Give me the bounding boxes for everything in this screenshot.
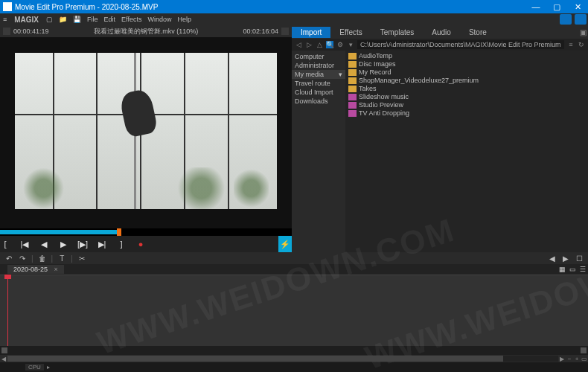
video-preview[interactable] — [0, 37, 292, 228]
timeline-tracks[interactable]: WWW.WEIDOWN.COM WWW.WEIDOWN.COM — [0, 275, 588, 346]
media-browser: Computer Administrator My media▾ Travel … — [292, 51, 588, 252]
tree-item-my-media[interactable]: My media▾ — [292, 70, 345, 79]
list-item[interactable]: Slideshow music — [348, 93, 585, 101]
close-icon[interactable]: × — [54, 266, 58, 273]
zoom-handle-left[interactable] — [1, 347, 7, 353]
folder-icon — [348, 110, 357, 117]
tree-item-computer[interactable]: Computer — [292, 52, 345, 61]
zoom-fit-icon[interactable]: ▭ — [581, 356, 588, 362]
nav-settings-icon[interactable]: ⚙ — [336, 41, 344, 48]
zoom-handle-right[interactable] — [581, 347, 587, 353]
timeline-toolbar: ↶ ↷ | 🗑 | T | ✂ ◀ ▶ ☐ — [0, 252, 588, 264]
share-button[interactable] — [575, 14, 587, 25]
view-mode-button[interactable]: ☐ — [575, 254, 584, 263]
zoom-in-icon[interactable]: + — [573, 356, 581, 362]
folder-list: AudioTemp Disc Images My Record ShopMana… — [345, 51, 588, 252]
title-button[interactable]: T — [57, 254, 66, 263]
menu-edit[interactable]: Edit — [101, 16, 119, 23]
path-refresh-icon[interactable]: ↻ — [578, 41, 585, 48]
to-end-button[interactable]: ▶| — [97, 240, 107, 249]
trash-button[interactable]: 🗑 — [38, 254, 47, 263]
timecode-right: 00:02:16:04 — [243, 28, 278, 35]
razor-button[interactable]: ✂ — [77, 254, 86, 263]
scroll-left-icon[interactable]: ◀ — [0, 356, 7, 362]
hscroll-thumb[interactable] — [7, 356, 503, 362]
redo-button[interactable]: ↷ — [18, 254, 27, 263]
hscroll-track[interactable] — [7, 356, 558, 362]
preview-scrubber[interactable] — [0, 228, 292, 236]
list-item[interactable]: Takes — [348, 85, 585, 93]
tab-store[interactable]: Store — [460, 27, 496, 38]
menu-help[interactable]: Help — [174, 16, 194, 23]
folder-icon — [348, 61, 357, 68]
nudge-right-button[interactable]: ▶ — [561, 254, 570, 263]
options-icon[interactable]: ≡ — [567, 41, 575, 48]
scrub-playhead[interactable] — [117, 228, 121, 236]
maximize-button[interactable]: ▢ — [546, 2, 567, 12]
timeline-view-icon-1[interactable]: ▦ — [557, 266, 567, 273]
tab-effects[interactable]: Effects — [330, 27, 371, 38]
path-text[interactable]: C:\Users\Administrator\Documents\MAGIX\M… — [357, 40, 564, 49]
folder-icon — [348, 69, 357, 76]
nav-back-icon[interactable]: ◁ — [295, 41, 302, 48]
lightning-button[interactable]: ⚡ — [278, 236, 292, 252]
menu-effects[interactable]: Effects — [118, 16, 144, 23]
tree-item-administrator[interactable]: Administrator — [292, 61, 345, 70]
nav-up-icon[interactable]: △ — [316, 41, 323, 48]
tab-import[interactable]: Import — [292, 27, 330, 38]
app-icon — [3, 2, 12, 11]
tree-item-cloud-import[interactable]: Cloud Import — [292, 88, 345, 97]
prev-frame-button[interactable]: ◀ — [39, 240, 49, 249]
monitor-settings-icon[interactable] — [281, 28, 289, 35]
tree-item-downloads[interactable]: Downloads — [292, 97, 345, 106]
play-button[interactable]: ▶ — [58, 240, 68, 249]
location-tree: Computer Administrator My media▾ Travel … — [292, 51, 345, 252]
export-button[interactable] — [560, 14, 572, 25]
list-item[interactable]: AudioTemp — [348, 52, 585, 60]
timecode-left: 00:00:41:19 — [13, 28, 49, 35]
save-icon[interactable]: 💾 — [70, 16, 84, 23]
nav-fwd-icon[interactable]: ▷ — [305, 41, 313, 48]
list-item[interactable]: My Record — [348, 68, 585, 77]
nav-search-icon[interactable]: 🔍 — [326, 41, 333, 48]
scrub-progress — [0, 230, 117, 234]
tab-audio[interactable]: Audio — [423, 27, 460, 38]
clip-title: 我看过最唯美的钢管舞.mkv (110%) — [52, 27, 240, 36]
chevron-down-icon[interactable]: ▾ — [339, 71, 342, 78]
scroll-right-icon[interactable]: ▶ — [558, 356, 566, 362]
tabs-collapse-icon[interactable]: ▣ — [578, 28, 588, 36]
window-titlebar: Movie Edit Pro Premium - 2020-08-25.MVP … — [0, 0, 588, 13]
monitor-menu-icon[interactable] — [3, 28, 10, 35]
tree-item-travel-route[interactable]: Travel route — [292, 79, 345, 88]
list-item[interactable]: Disc Images — [348, 60, 585, 68]
list-item[interactable]: ShopManager_Videodeluxe27_premium — [348, 77, 585, 85]
folder-icon — [348, 77, 357, 84]
tab-templates[interactable]: Templates — [371, 27, 424, 38]
timeline-view-icon-3[interactable]: ☰ — [578, 266, 588, 273]
nudge-left-button[interactable]: ◀ — [548, 254, 557, 263]
zoom-out-icon[interactable]: − — [566, 356, 573, 362]
menu-file[interactable]: File — [84, 16, 101, 23]
record-button[interactable]: ● — [135, 240, 146, 248]
close-button[interactable]: ✕ — [567, 2, 588, 12]
timeline-hscroll: ◀ ▶ − + ▭ — [0, 355, 588, 362]
sequence-tab[interactable]: 2020-08-25 × — [7, 265, 64, 274]
transport-bar: [ |◀ ◀ ▶ [▶] ▶| ] ● ⚡ — [0, 236, 292, 252]
undo-button[interactable]: ↶ — [4, 254, 13, 263]
minimize-button[interactable]: — — [525, 2, 546, 11]
to-start-button[interactable]: |◀ — [19, 240, 30, 249]
hamburger-icon[interactable]: ≡ — [0, 16, 10, 23]
out-point-button[interactable]: ] — [116, 240, 127, 248]
list-item[interactable]: TV Anti Dropping — [348, 109, 585, 118]
new-icon[interactable]: ▢ — [43, 16, 56, 23]
in-point-button[interactable]: [ — [0, 240, 10, 248]
timeline-view-icon-2[interactable]: ▭ — [567, 266, 578, 273]
open-icon[interactable]: 📁 — [56, 16, 70, 23]
folder-icon — [348, 94, 357, 100]
next-frame-button[interactable]: [▶] — [77, 240, 88, 249]
list-item[interactable]: Studio Preview — [348, 101, 585, 109]
menu-window[interactable]: Window — [144, 16, 174, 23]
preview-pane: 00:00:41:19 我看过最唯美的钢管舞.mkv (110%) 00:02:… — [0, 25, 292, 252]
nav-view-icon[interactable]: ▾ — [347, 41, 354, 48]
cpu-label: CPU — [25, 364, 44, 371]
